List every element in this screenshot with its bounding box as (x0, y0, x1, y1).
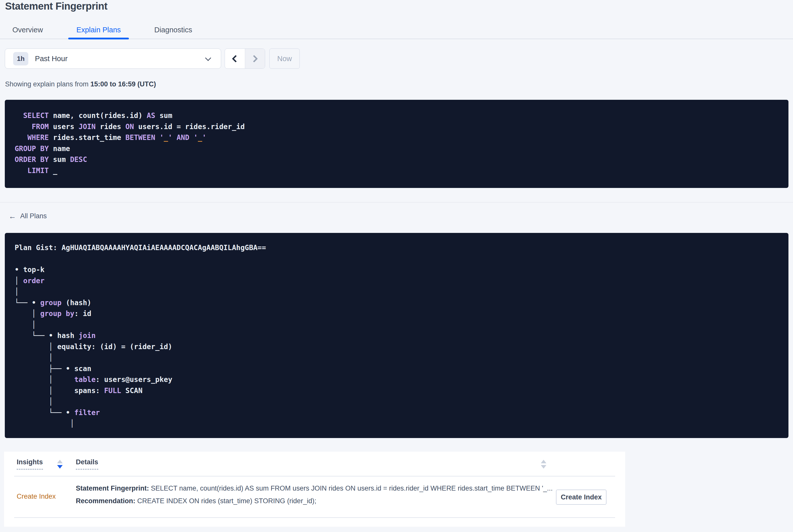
column-header-insights-label: Insights (17, 458, 43, 470)
recommendation-label: Recommendation: (76, 497, 135, 505)
sort-up-triangle-icon (57, 460, 63, 463)
fingerprint-text: SELECT name, count(rides.id) AS sum FROM… (149, 484, 553, 492)
tab-overview[interactable]: Overview (12, 26, 43, 39)
now-button[interactable]: Now (269, 49, 300, 69)
next-time-button[interactable] (245, 49, 265, 69)
sql-statement-box: SELECT name, count(rides.id) AS sum FROM… (5, 100, 789, 188)
page-title: Statement Fingerprint (5, 0, 108, 12)
showing-prefix: Showing explain plans from (5, 80, 91, 88)
tab-bar: Overview Explain Plans Diagnostics (0, 26, 793, 39)
sort-icon-details[interactable] (541, 460, 546, 469)
plan-gist-header: Plan Gist: AgHUAQIABQAAAAHYAQIAiAEAAAADC… (15, 242, 778, 253)
section-divider (0, 202, 793, 203)
gist-tree: • top-k│ order│└── • group (hash) │ grou… (15, 264, 778, 429)
details-recommendation-line: Recommendation: CREATE INDEX ON rides (s… (76, 497, 316, 505)
chevron-down-icon (205, 55, 211, 61)
chevron-left-icon (232, 55, 239, 62)
chevron-right-icon (250, 55, 258, 62)
sort-down-triangle-icon (541, 465, 546, 469)
time-range-badge: 1h (13, 52, 28, 65)
showing-range-bold: 15:00 to 16:59 (UTC) (91, 80, 156, 88)
recommendation-text: CREATE INDEX ON rides (start_time) STORI… (135, 497, 316, 505)
arrow-left-icon: ← (8, 212, 16, 220)
column-header-details-label: Details (76, 458, 98, 470)
sort-up-triangle-icon (541, 460, 546, 463)
create-index-button[interactable]: Create Index (556, 490, 606, 505)
column-header-details[interactable]: Details (76, 458, 98, 470)
sql-code: SELECT name, count(rides.id) AS sum FROM… (15, 110, 778, 176)
all-plans-label: All Plans (20, 212, 47, 220)
plan-gist-box: Plan Gist: AgHUAQIABQAAAAHYAQIAiAEAAAADC… (5, 233, 789, 438)
all-plans-link[interactable]: ← All Plans (8, 212, 47, 220)
table-row-divider (14, 517, 615, 518)
time-range-dropdown[interactable]: 1h Past Hour (5, 49, 221, 69)
fingerprint-label: Statement Fingerprint: (76, 484, 149, 492)
table-header-divider (14, 476, 615, 476)
insights-table-card: Insights Details Create Index Statement … (4, 452, 625, 527)
time-nav-button-group (225, 49, 265, 69)
insight-type-link[interactable]: Create Index (17, 493, 56, 500)
sort-icon-insights[interactable] (57, 460, 63, 469)
tab-explain-plans[interactable]: Explain Plans (76, 26, 121, 39)
column-header-insights[interactable]: Insights (17, 458, 43, 470)
time-range-label: Past Hour (35, 55, 68, 63)
details-fingerprint-line: Statement Fingerprint: SELECT name, coun… (76, 484, 553, 492)
sort-down-triangle-icon (57, 465, 63, 469)
prev-time-button[interactable] (225, 49, 245, 69)
showing-range-text: Showing explain plans from 15:00 to 16:5… (5, 80, 156, 88)
tab-diagnostics[interactable]: Diagnostics (154, 26, 192, 39)
